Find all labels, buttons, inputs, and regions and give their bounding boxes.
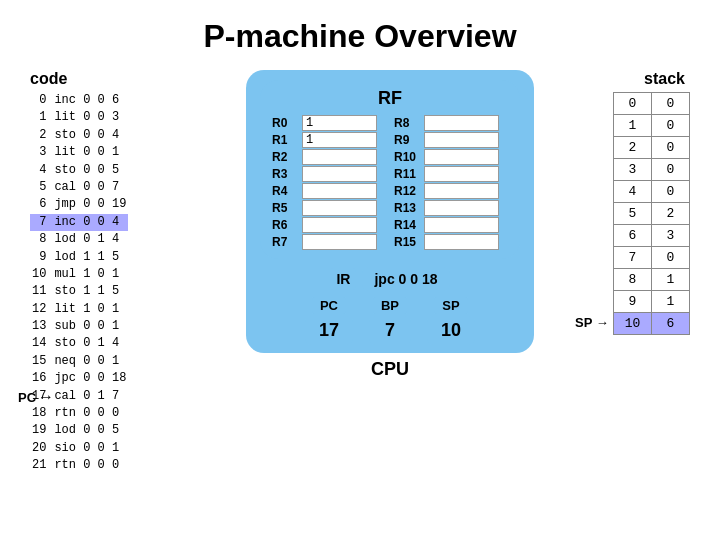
main-layout: code 0inc 0 0 61lit 0 0 32sto 0 0 43lit … [0, 70, 720, 475]
code-line-num: 9 [30, 249, 52, 266]
code-line-num: 16 [30, 370, 52, 387]
rf-reg-value: 1 [302, 132, 377, 148]
sp-label: SP [434, 297, 467, 314]
code-instruction: lit 1 0 1 [52, 301, 128, 318]
rf-reg-value [424, 200, 499, 216]
stack-index: 8 [614, 269, 652, 291]
rf-reg-value [424, 166, 499, 182]
stack-row: 20 [614, 137, 690, 159]
code-row: 8lod 0 1 4 [30, 231, 128, 248]
rf-reg-name: R2 [272, 150, 302, 164]
stack-value: 3 [652, 225, 690, 247]
code-line-num: 6 [30, 196, 52, 213]
code-row: 0inc 0 0 6 [30, 92, 128, 109]
rf-reg-value [302, 234, 377, 250]
stack-value: 0 [652, 247, 690, 269]
code-line-num: 10 [30, 266, 52, 283]
ir-value: jpc 0 0 18 [362, 267, 449, 291]
stack-value: 1 [652, 269, 690, 291]
pc-arrow-container: PC → [18, 388, 54, 406]
code-line-num: 5 [30, 179, 52, 196]
stack-table: 00102030405263708191106 [613, 92, 690, 335]
rf-left-col: R01R11R2R3R4R5R6R7 [272, 115, 386, 251]
rf-reg-name: R0 [272, 116, 302, 130]
pc-bp-sp-row: PC 17 BP 7 SP 10 [305, 297, 475, 345]
ir-label: IR [330, 268, 356, 290]
stack-value: 2 [652, 203, 690, 225]
rf-registers: R01R11R2R3R4R5R6R7 R8R9R10R11R12R13R14R1… [272, 115, 508, 251]
sp-pointer-label: SP → [575, 315, 609, 330]
sp-value: 10 [427, 316, 475, 345]
stack-value: 0 [652, 159, 690, 181]
rf-register-row: R6 [272, 217, 386, 233]
stack-section: stack 00102030405263708191106 [575, 70, 690, 335]
rf-box: RF R01R11R2R3R4R5R6R7 R8R9R10R11R12R13R1… [260, 80, 520, 259]
code-row: 4sto 0 0 5 [30, 162, 128, 179]
pc-arrow-label: PC [18, 390, 36, 405]
stack-row: 30 [614, 159, 690, 181]
stack-value: 0 [652, 181, 690, 203]
code-line-num: 21 [30, 457, 52, 474]
stack-index: 5 [614, 203, 652, 225]
code-instruction: lit 0 0 3 [52, 109, 128, 126]
code-instruction: rtn 0 0 0 [52, 457, 128, 474]
code-row: 3lit 0 0 1 [30, 144, 128, 161]
code-row: 5cal 0 0 7 [30, 179, 128, 196]
code-line-num: 15 [30, 353, 52, 370]
code-instruction: cal 0 1 7 [52, 388, 128, 405]
code-line-num: 20 [30, 440, 52, 457]
code-instruction: sto 0 0 4 [52, 127, 128, 144]
rf-reg-value [424, 132, 499, 148]
code-line-num: 1 [30, 109, 52, 126]
stack-row: 70 [614, 247, 690, 269]
stack-index: 9 [614, 291, 652, 313]
rf-reg-value [302, 183, 377, 199]
rf-register-row: R13 [394, 200, 508, 216]
rf-reg-name: R14 [394, 218, 424, 232]
code-instruction: jmp 0 0 19 [52, 196, 128, 213]
pc-label: PC [312, 297, 346, 314]
stack-value: 6 [652, 313, 690, 335]
rf-reg-value [424, 217, 499, 233]
rf-reg-name: R6 [272, 218, 302, 232]
rf-reg-name: R15 [394, 235, 424, 249]
code-instruction: sto 1 1 5 [52, 283, 128, 300]
rf-right-col: R8R9R10R11R12R13R14R15 [394, 115, 508, 251]
code-row: 13sub 0 0 1 [30, 318, 128, 335]
code-section: code 0inc 0 0 61lit 0 0 32sto 0 0 43lit … [30, 70, 205, 475]
stack-value: 0 [652, 137, 690, 159]
rf-reg-value [424, 183, 499, 199]
code-line-num: 0 [30, 92, 52, 109]
stack-index: 4 [614, 181, 652, 203]
rf-register-row: R14 [394, 217, 508, 233]
stack-value: 0 [652, 115, 690, 137]
stack-index: 1 [614, 115, 652, 137]
code-instruction: inc 0 0 4 [52, 214, 128, 231]
code-instruction: lod 0 0 5 [52, 422, 128, 439]
rf-register-row: R5 [272, 200, 386, 216]
rf-reg-value [424, 149, 499, 165]
code-row: 19lod 0 0 5 [30, 422, 128, 439]
code-row: 18rtn 0 0 0 [30, 405, 128, 422]
stack-index: 3 [614, 159, 652, 181]
code-row: 7inc 0 0 4 [30, 214, 128, 231]
code-row: 12lit 1 0 1 [30, 301, 128, 318]
code-instruction: sio 0 0 1 [52, 440, 128, 457]
code-line-num: 12 [30, 301, 52, 318]
code-line-num: 13 [30, 318, 52, 335]
bp-value: 7 [369, 316, 411, 345]
rf-register-row: R15 [394, 234, 508, 250]
rf-register-row: R2 [272, 149, 386, 165]
stack-index: 7 [614, 247, 652, 269]
code-instruction: mul 1 0 1 [52, 266, 128, 283]
code-line-num: 11 [30, 283, 52, 300]
code-row: 11sto 1 1 5 [30, 283, 128, 300]
code-row: 9lod 1 1 5 [30, 249, 128, 266]
rf-reg-name: R10 [394, 150, 424, 164]
rf-reg-value [302, 200, 377, 216]
code-row: 16jpc 0 0 18 [30, 370, 128, 387]
code-instruction: cal 0 0 7 [52, 179, 128, 196]
stack-row: 81 [614, 269, 690, 291]
sp-item: SP 10 [427, 297, 475, 345]
pc-arrow-icon: → [38, 388, 54, 406]
